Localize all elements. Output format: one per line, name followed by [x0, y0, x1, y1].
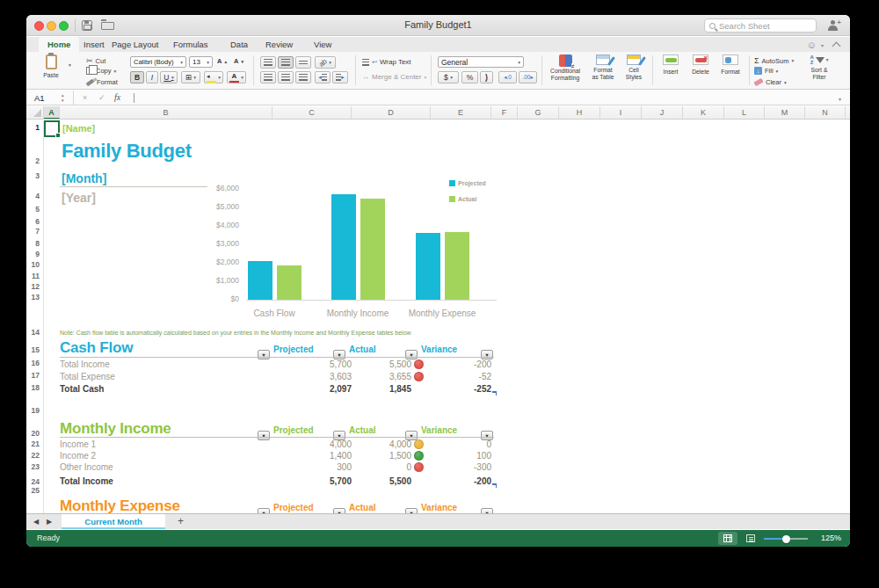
tab-data[interactable]: Data	[222, 37, 257, 52]
search-input[interactable]	[719, 21, 807, 31]
align-right-button[interactable]	[295, 71, 311, 83]
column-header-m[interactable]: M	[765, 106, 805, 119]
format-painter-button[interactable]: Format	[86, 78, 118, 86]
name-box-stepper[interactable]: ▴▾	[62, 92, 64, 103]
font-size-select[interactable]: 13▾	[189, 56, 213, 68]
format-cells-button[interactable]: Format	[717, 54, 744, 76]
share-user-icon[interactable]: +	[828, 20, 839, 31]
add-sheet-icon[interactable]: +	[178, 515, 184, 527]
cell-year-placeholder[interactable]: [Year]	[62, 191, 96, 205]
column-header-n[interactable]: N	[805, 106, 846, 119]
paste-button[interactable]: Paste	[35, 54, 67, 79]
decrease-indent-button[interactable]: ◂	[315, 71, 331, 83]
formula-input[interactable]	[127, 91, 832, 105]
formula-bar-expand-icon[interactable]: ▾	[839, 96, 841, 102]
row-header-25[interactable]: 25	[26, 486, 43, 497]
comma-format-button[interactable]: )	[480, 71, 493, 83]
row-header-19[interactable]: 19	[26, 406, 43, 417]
column-header-e[interactable]: E	[431, 106, 491, 119]
column-header-j[interactable]: J	[642, 106, 683, 119]
budget-bar-chart[interactable]: $0$1,000$2,000$3,000$4,000$5,000$6,000Ca…	[202, 178, 506, 319]
table-resize-handle[interactable]	[492, 483, 497, 488]
clear-button[interactable]: Clear▾	[754, 78, 787, 86]
column-header-c[interactable]: C	[272, 106, 352, 119]
merge-center-button[interactable]: ↔Merge & Center▾	[362, 73, 426, 81]
cell-styles-button[interactable]: CellStyles	[621, 54, 647, 82]
row-header-2[interactable]: 2	[26, 156, 43, 168]
fill-button[interactable]: ↓Fill▾	[754, 67, 778, 75]
normal-view-button[interactable]	[718, 532, 737, 545]
percent-format-button[interactable]: %	[461, 71, 478, 83]
tab-formulas[interactable]: Formulas	[164, 37, 217, 52]
search-box[interactable]	[704, 18, 817, 33]
filter-dropdown-icon[interactable]: ▼	[333, 350, 345, 359]
row-header-16[interactable]: 16	[26, 359, 43, 370]
tab-view[interactable]: View	[305, 37, 340, 52]
format-as-table-button[interactable]: Formatas Table	[587, 54, 619, 82]
feedback-smiley-icon[interactable]: ☺	[807, 40, 817, 50]
row-header-7[interactable]: 7	[26, 227, 43, 238]
filter-dropdown-icon[interactable]: ▼	[405, 350, 418, 359]
sheet-title[interactable]: Family Budget	[62, 140, 192, 163]
row-header-1[interactable]: 1	[26, 123, 43, 134]
row-header-4[interactable]: 4	[26, 192, 43, 203]
row-header-15[interactable]: 15	[26, 345, 43, 357]
column-header-g[interactable]: G	[518, 106, 559, 119]
confirm-entry-icon[interactable]: ✓	[98, 91, 105, 105]
cancel-entry-icon[interactable]: ×	[83, 91, 87, 105]
column-header-f[interactable]: F	[491, 106, 518, 119]
increase-indent-button[interactable]: ▸	[332, 71, 348, 83]
row-header-17[interactable]: 17	[26, 371, 43, 382]
fill-color-button[interactable]: ◂ ▾	[204, 71, 223, 83]
prev-sheet-icon[interactable]: ◀	[33, 518, 39, 526]
collapse-ribbon-icon[interactable]	[832, 42, 841, 51]
underline-button[interactable]: U ▾	[160, 71, 178, 83]
sheet-tab-current-month[interactable]: Current Month	[62, 514, 165, 529]
sort-filter-button[interactable]: AZ ▾ Sort &Filter	[802, 54, 837, 82]
column-header-b[interactable]: B	[60, 106, 272, 119]
grow-font-button[interactable]: A▴	[217, 57, 227, 65]
align-bottom-button[interactable]	[295, 56, 311, 69]
shrink-font-button[interactable]: A▾	[234, 57, 243, 65]
column-header-h[interactable]: H	[559, 106, 600, 119]
cut-button[interactable]: ✂Cut	[86, 56, 105, 65]
filter-dropdown-icon[interactable]: ▼	[481, 350, 493, 359]
row-header-21[interactable]: 21	[26, 439, 43, 451]
tab-review[interactable]: Review	[257, 37, 301, 52]
table-resize-handle[interactable]	[492, 391, 497, 396]
row-header-13[interactable]: 13	[26, 293, 43, 304]
feedback-caret-icon[interactable]: ▾	[821, 42, 824, 48]
wrap-text-button[interactable]: ↩Wrap Text	[362, 58, 411, 66]
filter-dropdown-icon[interactable]: ▼	[258, 350, 270, 359]
align-middle-button[interactable]	[278, 56, 294, 69]
italic-button[interactable]: I	[146, 71, 158, 83]
row-header-3[interactable]: 3	[26, 171, 43, 183]
decrease-decimal-button[interactable]: .00▸	[519, 71, 537, 83]
row-header-5[interactable]: 5	[26, 205, 43, 216]
font-name-select[interactable]: Calibri (Body)▾	[130, 56, 186, 68]
autosum-button[interactable]: ΣAutoSum▾	[754, 56, 794, 65]
page-layout-view-button[interactable]	[741, 532, 760, 545]
column-header-i[interactable]: I	[600, 106, 642, 119]
column-header-a[interactable]: A	[44, 106, 60, 119]
row-header-23[interactable]: 23	[26, 462, 43, 474]
paste-caret-icon[interactable]: ▾	[69, 62, 71, 68]
conditional-formatting-button[interactable]: ConditionalFormatting	[546, 54, 585, 83]
row-header-22[interactable]: 22	[26, 451, 43, 462]
orientation-button[interactable]: ab ▾	[315, 56, 336, 69]
align-top-button[interactable]	[260, 56, 276, 69]
row-header-18[interactable]: 18	[26, 383, 43, 395]
currency-format-button[interactable]: $ ▾	[438, 71, 459, 83]
borders-button[interactable]: ⊞ ▾	[181, 71, 200, 83]
cell-name-placeholder[interactable]: [Name]	[62, 123, 95, 134]
align-left-button[interactable]	[260, 71, 276, 83]
select-all-corner[interactable]	[26, 106, 44, 119]
insert-function-icon[interactable]: fx	[114, 91, 120, 105]
delete-cells-button[interactable]: × Delete	[687, 54, 714, 76]
increase-decimal-button[interactable]: ◂.0	[498, 71, 517, 83]
font-color-button[interactable]: A ▾	[227, 71, 246, 83]
name-box[interactable]: A1	[26, 91, 74, 105]
copy-button[interactable]: Copy▾	[86, 67, 116, 75]
next-sheet-icon[interactable]: ▶	[47, 518, 52, 526]
align-center-button[interactable]	[278, 71, 294, 83]
